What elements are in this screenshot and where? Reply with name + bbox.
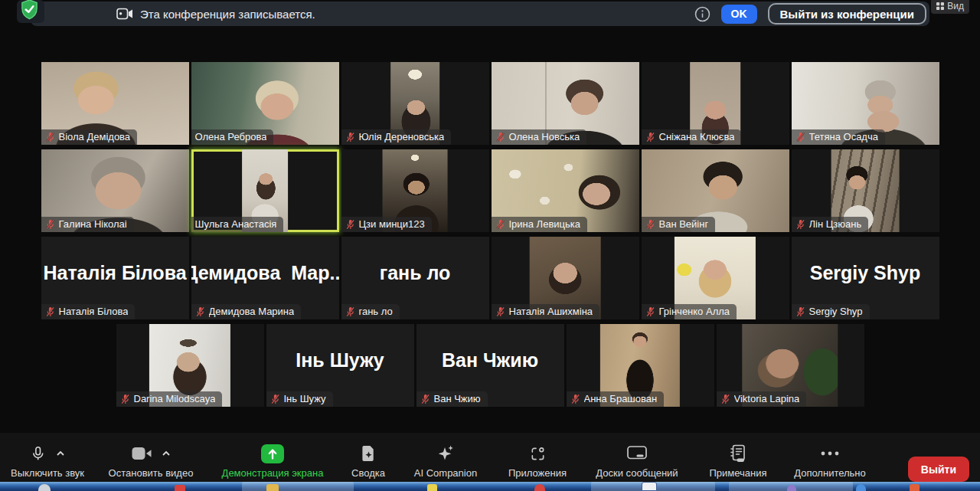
leave-button[interactable]: Выйти bbox=[908, 457, 969, 482]
view-button-label: Вид bbox=[947, 1, 964, 11]
participant-tile[interactable]: Ван Вейінг bbox=[642, 149, 789, 232]
participant-name: Віола Демідова bbox=[59, 131, 131, 142]
leave-conference-button[interactable]: Выйти из конференции bbox=[768, 3, 926, 25]
participant-name-label: Darina Milodscaya bbox=[116, 391, 223, 407]
participant-tile[interactable]: Наталія Білова Наталія Білова bbox=[41, 237, 189, 319]
participant-tile[interactable]: Ірина Левицька bbox=[492, 149, 639, 232]
muted-mic-icon bbox=[195, 306, 205, 317]
participant-name: Олена Новська bbox=[509, 131, 580, 142]
muted-mic-icon bbox=[345, 132, 355, 142]
muted-mic-icon bbox=[795, 219, 805, 230]
participant-name: Анна Брашован bbox=[584, 393, 658, 404]
participant-tile[interactable]: Цзи минци123 bbox=[341, 149, 489, 232]
participant-name: Ван Чжию bbox=[434, 393, 481, 404]
muted-mic-icon bbox=[420, 394, 430, 404]
share-screen-button-label: Демонстрация экрана bbox=[222, 467, 324, 479]
participant-tile[interactable]: Олена Новська bbox=[492, 62, 639, 145]
participant-tile[interactable]: Грінченко Алла bbox=[642, 237, 789, 319]
taskbar-app-icon[interactable] bbox=[910, 484, 920, 491]
view-button[interactable]: Вид bbox=[931, 0, 969, 14]
share-screen-button[interactable]: Демонстрация экрана bbox=[211, 444, 334, 479]
participant-name-label: Sergiy Shyp bbox=[792, 304, 870, 319]
ok-button[interactable]: OK bbox=[721, 5, 757, 24]
notes-button[interactable]: Примечания bbox=[698, 444, 778, 479]
participant-name: Лін Цзюань bbox=[809, 218, 862, 230]
participant-name-label: Віола Демідова bbox=[41, 129, 138, 145]
participant-tile[interactable]: Шульга Анастасія bbox=[191, 149, 339, 232]
meeting-toolbar: Выключить звук Остановить видео bbox=[0, 433, 980, 482]
participant-name-label: Олена Новська bbox=[492, 129, 587, 145]
taskbar-notepad-icon[interactable] bbox=[642, 482, 657, 491]
apps-button[interactable]: Приложения bbox=[499, 444, 576, 479]
taskbar-app-icon[interactable] bbox=[427, 484, 437, 491]
ai-companion-button[interactable]: AI Companion bbox=[403, 444, 488, 479]
participant-tile[interactable]: Сніжана Клюєва bbox=[642, 62, 789, 145]
participant-name-label: Лін Цзюань bbox=[792, 217, 869, 232]
info-icon[interactable] bbox=[694, 6, 710, 22]
participant-tile[interactable]: Наталія Ашихміна bbox=[492, 237, 639, 319]
participant-tile[interactable]: Darina Milodscaya bbox=[116, 324, 264, 407]
mute-button[interactable]: Выключить звук bbox=[5, 444, 90, 479]
whiteboards-button-label: Доски сообщений bbox=[596, 467, 678, 479]
participant-name-label: Юлія Дереновська bbox=[341, 129, 452, 145]
participant-name-label: Інь Шужу bbox=[266, 391, 333, 407]
participant-tile[interactable]: гань ло гань ло bbox=[341, 237, 489, 319]
whiteboard-icon bbox=[627, 446, 647, 461]
stop-video-button-label: Остановить видео bbox=[109, 467, 194, 479]
participant-tile[interactable]: Sergiy Shyp Sergiy Shyp bbox=[792, 237, 939, 319]
taskbar-app-icon[interactable] bbox=[787, 485, 796, 491]
participant-tile[interactable]: Олена Реброва bbox=[191, 62, 339, 145]
microphone-icon bbox=[30, 444, 46, 463]
participant-tile[interactable]: Ван Чжию Ван Чжию bbox=[416, 324, 564, 407]
taskbar-start-orb[interactable] bbox=[38, 484, 51, 491]
muted-mic-icon bbox=[645, 219, 655, 230]
taskbar-app-icon[interactable] bbox=[534, 484, 545, 491]
participant-name: Інь Шужу bbox=[284, 393, 326, 404]
participant-tile[interactable]: Тетяна Осадча bbox=[792, 62, 939, 145]
participant-tile[interactable]: Віола Демідова bbox=[41, 62, 189, 145]
participant-tile[interactable]: Інь Шужу Інь Шужу bbox=[266, 324, 414, 407]
taskbar-app-icon[interactable] bbox=[856, 484, 866, 491]
participant-name: Демидова Марина bbox=[209, 306, 295, 317]
notes-icon bbox=[730, 444, 746, 463]
grid-row: Наталія Білова Наталія Білова bbox=[0, 237, 980, 319]
participant-name-label: Наталія Білова bbox=[41, 304, 136, 319]
participant-tile[interactable]: Лін Цзюань bbox=[792, 149, 939, 232]
camera-icon bbox=[132, 447, 152, 460]
windows-taskbar[interactable] bbox=[0, 482, 980, 491]
summary-button[interactable]: Сводка bbox=[345, 444, 392, 479]
stop-video-button[interactable]: Остановить видео bbox=[101, 444, 201, 479]
recording-notification-bar: Эта конференция записывается. OK Выйти и… bbox=[31, 2, 929, 26]
taskbar-folder-icon[interactable] bbox=[266, 484, 279, 491]
participant-tile[interactable]: Юлія Дереновська bbox=[341, 62, 489, 145]
participant-name: Шульга Анастасія bbox=[195, 218, 277, 230]
mute-button-label: Выключить звук bbox=[11, 467, 84, 479]
taskbar-app-icon[interactable] bbox=[175, 485, 185, 491]
muted-mic-icon bbox=[345, 306, 355, 317]
muted-mic-icon bbox=[45, 132, 55, 142]
taskbar-window-segment[interactable] bbox=[242, 482, 354, 491]
summary-doc-icon bbox=[361, 444, 377, 463]
participant-name: Галина Ніколаі bbox=[59, 218, 127, 230]
participant-name: Ірина Левицька bbox=[509, 218, 580, 230]
participant-tile[interactable]: Демидова Мар... Демидова Марина bbox=[191, 237, 339, 319]
participant-grid: Віола Демідова Олена Реброва bbox=[0, 62, 980, 407]
security-shield-icon[interactable] bbox=[20, 0, 39, 23]
participant-name: Тетяна Осадча bbox=[809, 131, 878, 142]
muted-mic-icon bbox=[495, 132, 505, 142]
muted-mic-icon bbox=[645, 132, 655, 142]
grid-row: Віола Демідова Олена Реброва bbox=[0, 62, 980, 145]
video-options-chevron-icon[interactable] bbox=[162, 450, 171, 457]
participant-tile[interactable]: Viktoria Lapina bbox=[717, 324, 864, 407]
participant-name: Наталія Білова bbox=[59, 306, 129, 317]
participant-tile[interactable]: Анна Брашован bbox=[567, 324, 714, 407]
participant-tile[interactable]: Галина Ніколаі bbox=[41, 149, 189, 232]
share-screen-icon bbox=[261, 444, 284, 463]
display-name: Демидова Мар... bbox=[191, 237, 339, 309]
participant-name: Darina Milodscaya bbox=[134, 393, 216, 404]
participant-name: Ван Вейінг bbox=[659, 218, 709, 230]
mic-options-chevron-icon[interactable] bbox=[56, 450, 65, 457]
muted-mic-icon bbox=[45, 219, 55, 230]
whiteboards-button[interactable]: Доски сообщений bbox=[586, 444, 688, 479]
more-button[interactable]: Дополнительно bbox=[789, 444, 871, 479]
